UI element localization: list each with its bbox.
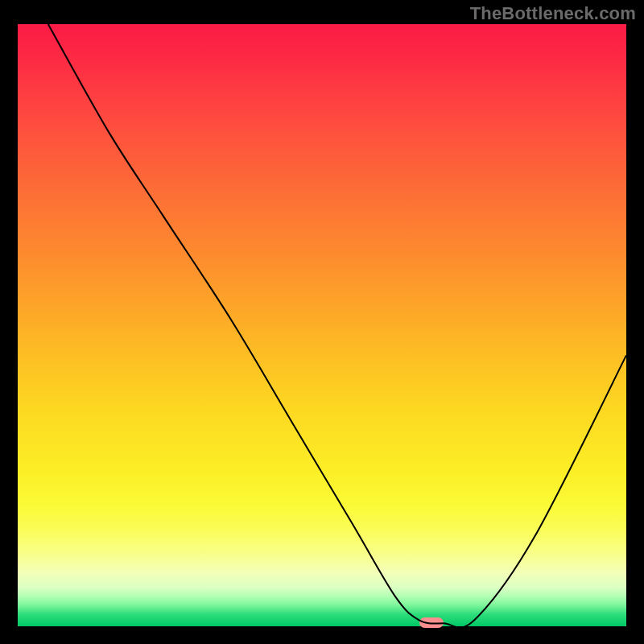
plot-area xyxy=(18,24,626,626)
watermark-text: TheBottleneck.com xyxy=(470,3,636,24)
bottleneck-curve xyxy=(18,24,626,626)
optimal-marker xyxy=(419,617,444,628)
chart-frame: TheBottleneck.com xyxy=(0,0,644,644)
